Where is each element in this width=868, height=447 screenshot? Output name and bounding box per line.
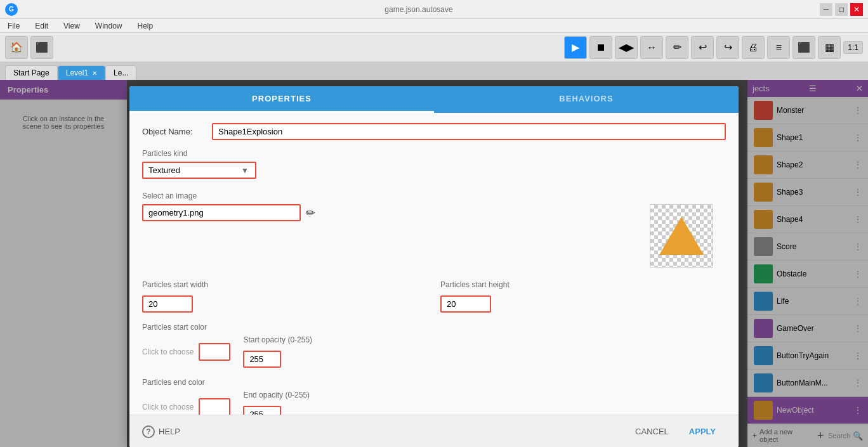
modal-dialog: PROPERTIES BEHAVIORS Object Name: Partic…: [129, 86, 739, 447]
end-opacity-input[interactable]: [243, 406, 281, 415]
object-name-label: Object Name:: [142, 127, 212, 136]
particles-end-color-label: Particles end color: [142, 378, 726, 387]
object-name-input[interactable]: [212, 123, 726, 140]
particles-start-width-input[interactable]: [142, 295, 193, 313]
title-bar-title: game.json.autosave: [18, 5, 820, 14]
help-circle-icon: ?: [142, 425, 155, 438]
menu-bar: File Edit View Window Help: [0, 19, 868, 33]
maximize-button[interactable]: □: [835, 3, 848, 16]
tabs-bar: Start Page Level1 ✕ Le...: [0, 62, 868, 80]
tab-level1-close[interactable]: ✕: [92, 70, 97, 77]
tab-level1-label: Level1: [66, 68, 88, 77]
cancel-button[interactable]: CANCEL: [625, 423, 679, 440]
toolbar-play[interactable]: ▶: [564, 36, 587, 59]
particles-start-height-group: Particles start height: [440, 280, 726, 313]
tab-level2[interactable]: Le...: [105, 65, 136, 80]
toolbar-edit[interactable]: ✏: [666, 36, 688, 59]
toolbar-stop[interactable]: ⏹: [589, 36, 612, 59]
select-image-label: Select an image: [142, 191, 726, 200]
close-button[interactable]: ✕: [850, 3, 863, 16]
modal-tab-behaviors[interactable]: BEHAVIORS: [434, 86, 739, 113]
modal-body: Object Name: Particles kind Textured Sta…: [129, 113, 739, 415]
menu-edit[interactable]: Edit: [30, 20, 53, 32]
modal-overlay: PROPERTIES BEHAVIORS Object Name: Partic…: [0, 80, 868, 447]
end-color-choose-text[interactable]: Click to choose: [142, 403, 194, 411]
image-row: ✏: [142, 204, 726, 268]
toolbar-block[interactable]: ⬛: [792, 36, 815, 59]
modal-tab-properties[interactable]: PROPERTIES: [129, 86, 434, 113]
start-color-box[interactable]: [199, 343, 230, 361]
end-opacity-label: End opacity (0-255): [243, 391, 310, 399]
toolbar-debug[interactable]: ◀▶: [615, 36, 638, 59]
particles-size-row: Particles start width Particles start he…: [142, 280, 726, 313]
app-icon: G: [5, 3, 18, 16]
toolbar-home[interactable]: 🏠: [5, 36, 28, 59]
toolbar-preview[interactable]: ↔: [640, 36, 663, 59]
toolbar-print[interactable]: 🖨: [742, 36, 765, 59]
menu-help[interactable]: Help: [133, 20, 159, 32]
menu-view[interactable]: View: [58, 20, 85, 32]
tab-start-page[interactable]: Start Page: [5, 65, 58, 80]
triangle-shape: [659, 217, 704, 255]
particles-kind-label: Particles kind: [142, 149, 726, 158]
tab-level2-label: Le...: [114, 68, 128, 77]
start-opacity-label: Start opacity (0-255): [243, 335, 312, 344]
toolbar-list[interactable]: ≡: [767, 36, 790, 59]
minimize-button[interactable]: ─: [820, 3, 832, 16]
image-preview: [650, 204, 713, 268]
particles-start-height-input[interactable]: [440, 295, 491, 313]
main-area: Properties Click on an instance in the s…: [0, 80, 868, 447]
title-bar: G game.json.autosave ─ □ ✕: [0, 0, 868, 19]
toolbar-redo[interactable]: ↪: [716, 36, 739, 59]
particles-start-width-label: Particles start width: [142, 280, 428, 289]
toolbar: 🏠 ⬛ ▶ ⏹ ◀▶ ↔ ✏ ↩ ↪ 🖨 ≡ ⬛ ▦ 1:1: [0, 33, 868, 62]
image-input[interactable]: [142, 204, 301, 221]
end-color-box[interactable]: [199, 398, 230, 415]
title-bar-controls: ─ □ ✕: [820, 3, 863, 16]
object-name-row: Object Name:: [142, 123, 726, 140]
start-opacity-input[interactable]: [243, 351, 281, 368]
help-button[interactable]: ? HELP: [142, 425, 180, 438]
particles-kind-row: Textured Star Ball ▼: [142, 162, 726, 179]
image-edit-button[interactable]: ✏: [306, 206, 315, 220]
tab-level1[interactable]: Level1 ✕: [58, 65, 105, 80]
toolbar-scene[interactable]: ⬛: [30, 36, 53, 59]
particles-start-color-label: Particles start color: [142, 323, 726, 332]
toolbar-grid[interactable]: ▦: [818, 36, 841, 59]
toolbar-undo[interactable]: ↩: [691, 36, 714, 59]
help-label: HELP: [159, 427, 180, 436]
modal-tabs: PROPERTIES BEHAVIORS: [129, 86, 739, 113]
toolbar-zoom: 1:1: [843, 41, 863, 54]
apply-button[interactable]: APPLY: [679, 423, 726, 440]
start-color-choose-text[interactable]: Click to choose: [142, 347, 194, 356]
particles-kind-select[interactable]: Textured Star Ball: [142, 162, 256, 179]
modal-footer: ? HELP CANCEL APPLY: [129, 415, 739, 447]
menu-file[interactable]: File: [3, 20, 25, 32]
particles-start-width-group: Particles start width: [142, 280, 428, 313]
particles-start-height-label: Particles start height: [440, 280, 726, 289]
menu-window[interactable]: Window: [90, 20, 128, 32]
tab-start-page-label: Start Page: [13, 68, 49, 77]
